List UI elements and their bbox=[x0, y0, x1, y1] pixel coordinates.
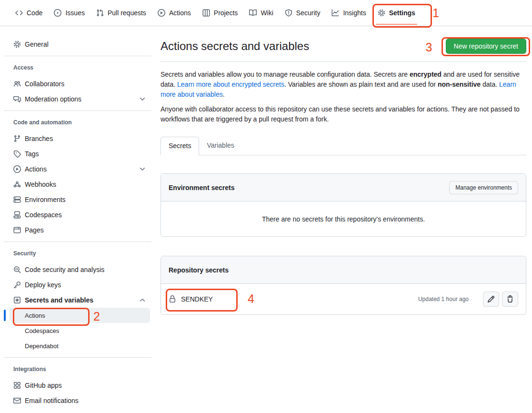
tab-settings[interactable]: Settings 1 bbox=[378, 0, 415, 26]
play-icon bbox=[158, 9, 165, 17]
sidebar-subitem-label: Codespaces bbox=[25, 327, 59, 334]
chevron-up-icon bbox=[139, 296, 146, 304]
tab-secrets[interactable]: Secrets bbox=[161, 137, 199, 155]
repository-secrets-box: Repository secrets SENDKEY 4 Updated 1 h… bbox=[161, 256, 526, 315]
tab-issues[interactable]: Issues bbox=[54, 0, 84, 26]
apps-icon bbox=[13, 382, 21, 389]
lock-icon bbox=[169, 295, 176, 303]
delete-secret-button[interactable] bbox=[502, 292, 518, 307]
webhook-icon bbox=[13, 181, 21, 188]
sidebar-item-label: General bbox=[25, 40, 49, 48]
tab-wiki[interactable]: Wiki bbox=[249, 0, 273, 26]
sidebar-item-secrets-and-variables[interactable]: Secrets and variables bbox=[10, 292, 150, 308]
text-segment: . Variables are shown as plain text and … bbox=[284, 81, 438, 88]
sidebar-item-email-notifications[interactable]: Email notifications bbox=[10, 393, 150, 408]
tab-projects[interactable]: Projects bbox=[202, 0, 238, 26]
sidebar-item-general[interactable]: General bbox=[10, 37, 150, 52]
play-icon bbox=[13, 165, 21, 173]
sidebar-section-security: Security bbox=[10, 249, 150, 258]
tab-label: Settings bbox=[389, 9, 415, 17]
sidebar-subitem-codespaces[interactable]: Codespaces bbox=[10, 323, 150, 338]
text-segment-bold: non-sensitive bbox=[438, 81, 481, 88]
sidebar-item-label: Branches bbox=[25, 135, 53, 142]
secret-row-actions: Updated 1 hour ago bbox=[418, 292, 518, 307]
codespaces-icon bbox=[13, 211, 21, 219]
content-header: Actions secrets and variables New reposi… bbox=[161, 39, 526, 62]
tab-pull-requests[interactable]: Pull requests bbox=[96, 0, 146, 26]
encrypted-secrets-link[interactable]: Learn more about encrypted secrets bbox=[177, 81, 284, 88]
sidebar-item-moderation-options[interactable]: Moderation options bbox=[10, 91, 150, 107]
sidebar-divider bbox=[4, 56, 151, 56]
settings-layout: General Access Collaborators Moderation … bbox=[0, 26, 532, 408]
sidebar-item-tags[interactable]: Tags bbox=[10, 146, 150, 161]
annotation-number-2: 2 bbox=[93, 311, 100, 322]
active-tab-underline bbox=[376, 24, 417, 25]
sidebar-item-deploy-keys[interactable]: Deploy keys bbox=[10, 277, 150, 292]
sidebar-item-code-security[interactable]: Code security and analysis bbox=[10, 262, 150, 277]
server-icon bbox=[13, 196, 21, 203]
sidebar-subitem-label: Actions bbox=[25, 312, 45, 319]
secret-row: SENDKEY 4 Updated 1 hour ago bbox=[161, 284, 526, 314]
environment-secrets-empty-message: There are no secrets for this repository… bbox=[161, 201, 526, 236]
tab-insights[interactable]: Insights bbox=[331, 0, 366, 26]
sidebar-item-webhooks[interactable]: Webhooks bbox=[10, 177, 150, 192]
sidebar-item-branches[interactable]: Branches bbox=[10, 131, 150, 146]
new-repository-secret-button[interactable]: New repository secret bbox=[446, 39, 526, 54]
sidebar-item-label: Collaborators bbox=[25, 80, 64, 88]
sidebar-item-label: Webhooks bbox=[25, 181, 56, 188]
key-asterisk-icon bbox=[13, 296, 21, 304]
settings-sidebar: General Access Collaborators Moderation … bbox=[0, 26, 152, 408]
main-content: Actions secrets and variables New reposi… bbox=[161, 26, 526, 408]
sidebar-subitem-actions[interactable]: Actions 2 bbox=[10, 308, 150, 323]
sidebar-section-code-and-automation: Code and automation bbox=[10, 118, 150, 127]
projects-icon bbox=[202, 9, 210, 17]
collaborator-access-note: Anyone with collaborator access to this … bbox=[161, 104, 526, 124]
text-segment: Secrets and variables allow you to manag… bbox=[161, 71, 410, 78]
tab-code[interactable]: Code bbox=[15, 0, 42, 26]
mail-icon bbox=[13, 397, 21, 404]
sidebar-item-pages[interactable]: Pages bbox=[10, 222, 150, 238]
issue-opened-icon bbox=[54, 9, 61, 17]
sidebar-item-label: Code security and analysis bbox=[25, 266, 104, 273]
environment-secrets-box: Environment secrets Manage environments … bbox=[161, 173, 526, 237]
trash-icon bbox=[506, 295, 514, 303]
codescan-icon bbox=[13, 266, 21, 273]
sidebar-divider bbox=[4, 357, 151, 358]
secrets-variables-tabnav: Secrets Variables bbox=[161, 137, 526, 155]
sidebar-item-label: Moderation options bbox=[25, 95, 81, 103]
sidebar-item-label: Codespaces bbox=[25, 211, 62, 219]
repository-secrets-header: Repository secrets bbox=[161, 256, 526, 284]
tab-label: Code bbox=[27, 9, 42, 17]
secret-updated-timestamp: Updated 1 hour ago bbox=[418, 296, 469, 302]
sidebar-item-collaborators[interactable]: Collaborators bbox=[10, 76, 150, 91]
secrets-description: Secrets and variables allow you to manag… bbox=[161, 70, 526, 100]
sidebar-divider bbox=[4, 111, 151, 111]
sidebar-item-environments[interactable]: Environments bbox=[10, 192, 150, 207]
tab-security[interactable]: Security bbox=[285, 0, 321, 26]
sidebar-item-github-apps[interactable]: GitHub apps bbox=[10, 378, 150, 393]
environment-secrets-title: Environment secrets bbox=[169, 184, 235, 191]
shield-icon bbox=[285, 9, 292, 17]
sidebar-subitem-dependabot[interactable]: Dependabot bbox=[10, 338, 150, 353]
sidebar-item-label: Deploy keys bbox=[25, 281, 61, 289]
annotation-number-4: 4 bbox=[248, 293, 254, 305]
sidebar-item-codespaces[interactable]: Codespaces bbox=[10, 207, 150, 222]
manage-environments-button[interactable]: Manage environments bbox=[449, 181, 518, 194]
chevron-down-icon bbox=[139, 95, 146, 103]
text-segment: data. bbox=[481, 81, 499, 88]
tab-label: Issues bbox=[65, 9, 84, 17]
sidebar-item-actions[interactable]: Actions bbox=[10, 161, 150, 177]
tab-variables[interactable]: Variables bbox=[199, 137, 241, 155]
sidebar-item-label: Tags bbox=[25, 150, 39, 158]
gear-icon bbox=[378, 9, 385, 17]
tab-actions[interactable]: Actions bbox=[158, 0, 191, 26]
gear-icon bbox=[13, 40, 21, 48]
edit-secret-button[interactable] bbox=[483, 292, 499, 307]
github-settings-page: Code Issues Pull requests Actions Projec… bbox=[0, 0, 532, 413]
code-icon bbox=[15, 9, 23, 17]
annotation-number-3: 3 bbox=[426, 41, 432, 53]
comment-discussion-icon bbox=[13, 95, 21, 103]
sidebar-item-label: Actions bbox=[25, 165, 47, 173]
environment-secrets-header: Environment secrets Manage environments bbox=[161, 174, 526, 201]
secret-name-label: SENDKEY bbox=[181, 295, 213, 303]
